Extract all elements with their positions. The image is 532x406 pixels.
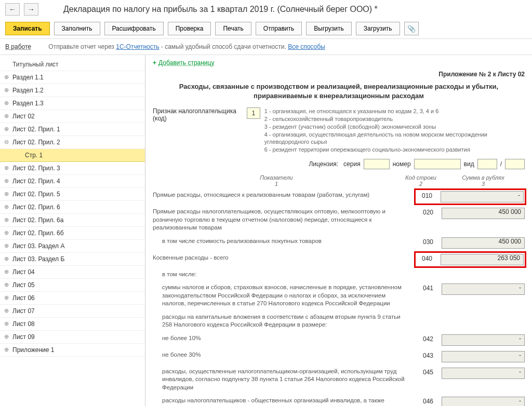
sidebar-item-label: Лист 02 (12, 113, 35, 120)
row-label: не более 10% (153, 334, 415, 343)
sidebar-header[interactable]: Титульный лист (0, 58, 145, 71)
highlight-box: 010- (414, 188, 526, 205)
license-number-input[interactable] (414, 159, 461, 169)
send-button[interactable]: Отправить (256, 22, 302, 35)
table-row-010: Прямые расходы, относящиеся к реализован… (153, 191, 525, 202)
row-value-input[interactable]: 263 050 (441, 254, 524, 265)
sidebar-item-4[interactable]: Лист 02. Прил. 1 (0, 123, 145, 136)
table-row-040: Косвенные расходы - всего040263 050 (153, 254, 525, 265)
row-value-input[interactable]: 450 000 (442, 208, 525, 219)
sidebar-item-6[interactable]: Стр. 1 (0, 149, 145, 162)
sidebar-item-label: Лист 09 (12, 333, 35, 341)
license-type-label: вид (464, 160, 474, 168)
plus-icon: + (153, 59, 156, 66)
sidebar-item-15[interactable]: Лист 04 (0, 266, 145, 279)
sidebar-item-9[interactable]: Лист 02. Прил. 5 (0, 188, 145, 201)
row-value-input[interactable]: - (442, 351, 525, 362)
section-title: Расходы, связанные с производством и реа… (168, 82, 509, 100)
row-code: 010 (417, 191, 437, 202)
sidebar-item-label: Лист 03. Раздел Б (12, 255, 64, 263)
sidebar-item-11[interactable]: Лист 02. Прил. 6а (0, 214, 145, 227)
table-header: Показатели1 Код строки2 Сумма в рублях3 (153, 174, 525, 187)
row-label: в том числе стоимость реализованных поку… (153, 237, 415, 246)
row-value-input[interactable]: - (441, 191, 524, 202)
sidebar-item-21[interactable]: Приложение 1 (0, 344, 145, 357)
attach-button[interactable]: 📎 (404, 22, 419, 35)
taxpayer-code-input[interactable]: 1 (247, 107, 260, 119)
sidebar-item-12[interactable]: Лист 02. Прил. 6б (0, 227, 145, 240)
sidebar-item-13[interactable]: Лист 03. Раздел А (0, 240, 145, 253)
table-row-030: в том числе стоимость реализованных поку… (153, 237, 525, 249)
sidebar-item-label: Лист 02. Прил. 2 (12, 139, 60, 146)
taxpayer-label: Признак налогоплательщика (код) (153, 107, 243, 122)
export-button[interactable]: Выгрузить (306, 22, 352, 35)
sidebar-item-label: Стр. 1 (25, 152, 43, 159)
license-type2-input[interactable] (505, 159, 525, 169)
sidebar-item-5[interactable]: Лист 02. Прил. 2 (0, 136, 145, 149)
sidebar-item-16[interactable]: Лист 05 (0, 279, 145, 292)
sidebar-item-label: Лист 02. Прил. 5 (12, 191, 60, 198)
license-label: Лицензия: (309, 160, 338, 168)
table-row-6: расходы на капитальные вложения в соотве… (153, 313, 525, 329)
nav-back-button[interactable]: ← (5, 3, 20, 16)
license-type1-input[interactable] (477, 159, 497, 169)
info-text-1: Отправьте отчет через (48, 43, 116, 50)
row-label: расходы на капитальные вложения в соотве… (153, 313, 415, 329)
link-1c-report[interactable]: 1С-Отчетность (116, 43, 159, 50)
sidebar-item-label: Лист 08 (12, 320, 35, 328)
row-code: 042 (418, 334, 438, 343)
main-content: +Добавить страницу Приложение № 2 к Лист… (145, 55, 532, 406)
print-button[interactable]: Печать (215, 22, 251, 35)
sidebar-item-17[interactable]: Лист 06 (0, 292, 145, 305)
license-series-input[interactable] (364, 159, 390, 169)
write-button[interactable]: Записать (5, 22, 50, 35)
check-button[interactable]: Проверка (168, 22, 211, 35)
status-link[interactable]: В работе (5, 43, 31, 50)
sidebar-item-label: Лист 02. Прил. 6б (12, 229, 64, 237)
row-value-input[interactable]: 450 000 (442, 237, 525, 249)
sidebar-item-label: Лист 03. Раздел А (12, 242, 64, 250)
fill-button[interactable]: Заполнить (54, 22, 100, 35)
sidebar-item-label: Лист 02. Прил. 6 (12, 204, 60, 211)
row-value-input[interactable]: - (442, 397, 525, 406)
table-row-042: не более 10%042- (153, 334, 525, 346)
row-label: расходы налогоплательщиков - общественны… (153, 397, 415, 406)
row-label: Косвенные расходы - всего (153, 254, 413, 262)
sidebar-item-20[interactable]: Лист 09 (0, 331, 145, 344)
sidebar-item-7[interactable]: Лист 02. Прил. 3 (0, 162, 145, 175)
sidebar-item-label: Лист 05 (12, 281, 35, 289)
highlight-box: 040263 050 (414, 251, 526, 268)
sidebar-item-14[interactable]: Лист 03. Раздел Б (0, 253, 145, 266)
row-code: 045 (418, 368, 438, 376)
row-value-input[interactable]: - (442, 368, 525, 379)
sidebar-item-label: Лист 06 (12, 294, 35, 302)
table-row-020: Прямые расходы налогоплательщиков, осуще… (153, 208, 525, 232)
info-bar: В работе Отправьте отчет через 1С-Отчетн… (0, 39, 532, 55)
sidebar-item-label: Лист 02. Прил. 1 (12, 126, 60, 133)
sidebar-item-3[interactable]: Лист 02 (0, 110, 145, 123)
sidebar-item-0[interactable]: Раздел 1.1 (0, 71, 145, 84)
link-all-ways[interactable]: Все способы (288, 43, 325, 50)
sidebar-item-19[interactable]: Лист 08 (0, 318, 145, 331)
row-label: в том числе: (153, 270, 415, 279)
license-slash: / (500, 160, 502, 168)
load-button[interactable]: Загрузить (356, 22, 400, 35)
sidebar-item-1[interactable]: Раздел 1.2 (0, 84, 145, 97)
nav-forward-button[interactable]: → (24, 3, 38, 16)
add-page-link[interactable]: +Добавить страницу (153, 59, 525, 66)
row-code: 041 (418, 283, 438, 292)
sidebar-item-18[interactable]: Лист 07 (0, 305, 145, 318)
appendix-title: Приложение № 2 к Листу 02 (153, 71, 525, 78)
sidebar-item-label: Лист 02. Прил. 3 (12, 165, 60, 172)
license-series-label: серия (343, 160, 361, 168)
row-value-input[interactable]: - (442, 283, 525, 295)
decode-button[interactable]: Расшифровать (104, 22, 164, 35)
sidebar-item-2[interactable]: Раздел 1.3 (0, 97, 145, 110)
row-code: 040 (417, 254, 437, 265)
row-value-input[interactable]: - (442, 334, 525, 346)
toolbar: Записать Заполнить Расшифровать Проверка… (0, 19, 532, 39)
sidebar-item-8[interactable]: Лист 02. Прил. 4 (0, 175, 145, 188)
sidebar-item-10[interactable]: Лист 02. Прил. 6 (0, 201, 145, 214)
sidebar-item-label: Лист 02. Прил. 4 (12, 178, 60, 185)
sidebar-item-label: Раздел 1.1 (12, 74, 44, 81)
